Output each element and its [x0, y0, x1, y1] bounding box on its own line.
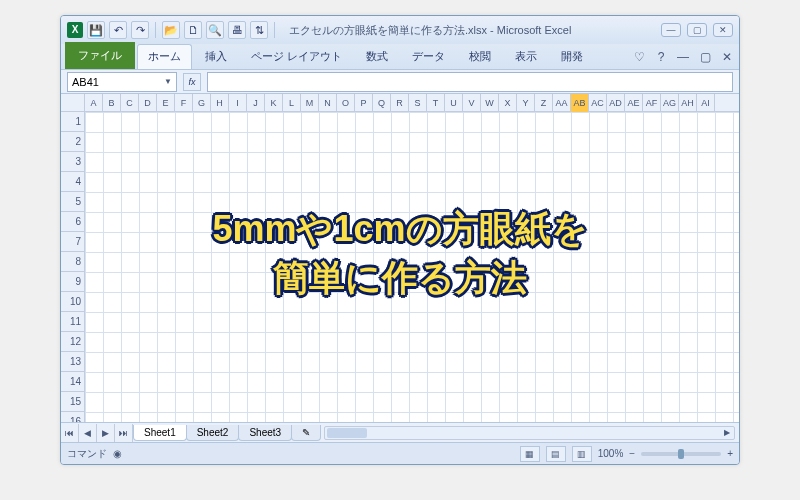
column-header[interactable]: AA — [553, 94, 571, 112]
zoom-slider[interactable] — [641, 452, 721, 456]
row-header[interactable]: 6 — [61, 212, 84, 232]
column-header[interactable]: H — [211, 94, 229, 112]
formula-input[interactable] — [207, 72, 733, 92]
row-header[interactable]: 12 — [61, 332, 84, 352]
tab-view[interactable]: 表示 — [504, 44, 548, 69]
column-header[interactable]: AD — [607, 94, 625, 112]
tab-page-layout[interactable]: ページ レイアウト — [240, 44, 353, 69]
column-header[interactable]: AC — [589, 94, 607, 112]
column-header[interactable]: D — [139, 94, 157, 112]
column-header[interactable]: X — [499, 94, 517, 112]
minimize-button[interactable]: — — [661, 23, 681, 37]
mdi-min-icon[interactable]: — — [675, 49, 691, 65]
row-header[interactable]: 8 — [61, 252, 84, 272]
qat-undo-button[interactable]: ↶ — [109, 21, 127, 39]
sheet-new-button[interactable]: ✎ — [291, 425, 321, 441]
ribbon-minimize-icon[interactable]: ♡ — [631, 49, 647, 65]
column-header[interactable]: T — [427, 94, 445, 112]
hscroll-right-icon[interactable]: ▶ — [720, 427, 734, 439]
horizontal-scrollbar[interactable]: ◀ ▶ — [324, 426, 735, 440]
sheet-tab-1[interactable]: Sheet1 — [133, 425, 187, 441]
name-box-dropdown-icon[interactable]: ▼ — [164, 77, 172, 86]
zoom-slider-thumb[interactable] — [678, 449, 684, 459]
sheet-tab-3[interactable]: Sheet3 — [238, 425, 292, 441]
column-header[interactable]: B — [103, 94, 121, 112]
mdi-close-icon[interactable]: ✕ — [719, 49, 735, 65]
row-header[interactable]: 4 — [61, 172, 84, 192]
sheet-nav-first[interactable]: ⏮ — [61, 424, 79, 442]
column-header[interactable]: R — [391, 94, 409, 112]
qat-open-button[interactable]: 📂 — [162, 21, 180, 39]
row-header[interactable]: 16 — [61, 412, 84, 422]
name-box[interactable]: AB41 ▼ — [67, 72, 177, 92]
hscroll-thumb[interactable] — [327, 428, 367, 438]
row-header[interactable]: 13 — [61, 352, 84, 372]
column-header[interactable]: W — [481, 94, 499, 112]
close-button[interactable]: ✕ — [713, 23, 733, 37]
column-header[interactable]: C — [121, 94, 139, 112]
tab-home[interactable]: ホーム — [137, 44, 192, 69]
row-header[interactable]: 14 — [61, 372, 84, 392]
cells-area[interactable] — [85, 112, 739, 422]
help-icon[interactable]: ? — [653, 49, 669, 65]
column-header[interactable]: AG — [661, 94, 679, 112]
zoom-in-button[interactable]: + — [727, 448, 733, 459]
column-header[interactable]: AH — [679, 94, 697, 112]
column-header[interactable]: V — [463, 94, 481, 112]
column-header[interactable]: I — [229, 94, 247, 112]
qat-preview-button[interactable]: 🔍 — [206, 21, 224, 39]
row-header[interactable]: 3 — [61, 152, 84, 172]
column-header[interactable]: O — [337, 94, 355, 112]
column-header[interactable]: AF — [643, 94, 661, 112]
column-header[interactable]: AE — [625, 94, 643, 112]
sheet-tab-2[interactable]: Sheet2 — [186, 425, 240, 441]
column-header[interactable]: Q — [373, 94, 391, 112]
column-header[interactable]: Z — [535, 94, 553, 112]
zoom-percent[interactable]: 100% — [598, 448, 624, 459]
column-header[interactable]: U — [445, 94, 463, 112]
tab-developer[interactable]: 開発 — [550, 44, 594, 69]
spreadsheet-grid[interactable]: ABCDEFGHIJKLMNOPQRSTUVWXYZAAABACADAEAFAG… — [61, 94, 739, 422]
row-header[interactable]: 9 — [61, 272, 84, 292]
column-header[interactable]: AI — [697, 94, 715, 112]
qat-print-button[interactable]: 🖶 — [228, 21, 246, 39]
tab-review[interactable]: 校閲 — [458, 44, 502, 69]
mdi-restore-icon[interactable]: ▢ — [697, 49, 713, 65]
tab-insert[interactable]: 挿入 — [194, 44, 238, 69]
qat-redo-button[interactable]: ↷ — [131, 21, 149, 39]
view-page-layout-button[interactable]: ▤ — [546, 446, 566, 462]
column-header[interactable]: F — [175, 94, 193, 112]
column-header[interactable]: P — [355, 94, 373, 112]
tab-data[interactable]: データ — [401, 44, 456, 69]
column-header[interactable]: L — [283, 94, 301, 112]
tab-formulas[interactable]: 数式 — [355, 44, 399, 69]
row-header[interactable]: 15 — [61, 392, 84, 412]
column-header[interactable]: N — [319, 94, 337, 112]
column-header[interactable]: J — [247, 94, 265, 112]
view-normal-button[interactable]: ▦ — [520, 446, 540, 462]
column-header[interactable]: E — [157, 94, 175, 112]
sheet-nav-last[interactable]: ⏭ — [115, 424, 133, 442]
row-header[interactable]: 1 — [61, 112, 84, 132]
qat-sort-button[interactable]: ⇅ — [250, 21, 268, 39]
column-header[interactable]: A — [85, 94, 103, 112]
row-header[interactable]: 5 — [61, 192, 84, 212]
tab-file[interactable]: ファイル — [65, 42, 135, 69]
maximize-button[interactable]: ▢ — [687, 23, 707, 37]
qat-save-button[interactable]: 💾 — [87, 21, 105, 39]
column-header[interactable]: AB — [571, 94, 589, 112]
column-header[interactable]: K — [265, 94, 283, 112]
select-all-corner[interactable] — [61, 94, 85, 112]
macro-record-icon[interactable]: ◉ — [113, 448, 122, 459]
qat-new-button[interactable]: 🗋 — [184, 21, 202, 39]
row-header[interactable]: 7 — [61, 232, 84, 252]
row-header[interactable]: 11 — [61, 312, 84, 332]
column-header[interactable]: M — [301, 94, 319, 112]
fx-button[interactable]: fx — [183, 73, 201, 91]
sheet-nav-next[interactable]: ▶ — [97, 424, 115, 442]
row-header[interactable]: 10 — [61, 292, 84, 312]
column-header[interactable]: G — [193, 94, 211, 112]
view-page-break-button[interactable]: ▥ — [572, 446, 592, 462]
column-header[interactable]: Y — [517, 94, 535, 112]
zoom-out-button[interactable]: − — [629, 448, 635, 459]
